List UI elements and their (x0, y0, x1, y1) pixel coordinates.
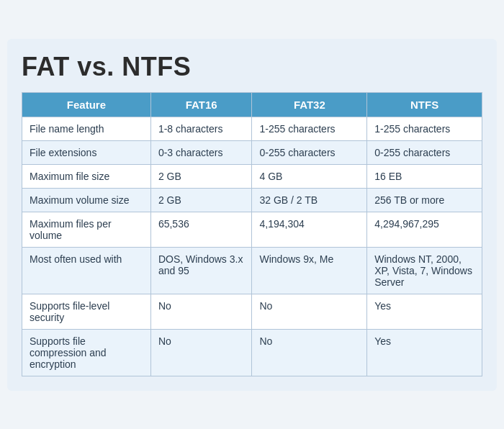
cell-fat16-4: 65,536 (150, 212, 252, 247)
cell-fat16-5: DOS, Windows 3.x and 95 (150, 247, 252, 294)
cell-ntfs-4: 4,294,967,295 (367, 212, 482, 247)
cell-fat32-6: No (252, 294, 367, 329)
header-fat16: FAT16 (150, 92, 252, 117)
table-header-row: Feature FAT16 FAT32 NTFS (22, 92, 482, 117)
table-row: Supports file compression and encryption… (22, 329, 482, 376)
table-row: Maximum files per volume65,5364,194,3044… (22, 212, 482, 247)
cell-feature-1: File extensions (22, 140, 151, 164)
cell-ntfs-1: 0-255 characters (367, 140, 482, 164)
cell-fat16-2: 2 GB (150, 164, 252, 188)
cell-fat32-2: 4 GB (252, 164, 367, 188)
cell-fat32-5: Windows 9x, Me (252, 247, 367, 294)
cell-fat16-3: 2 GB (150, 188, 252, 212)
cell-ntfs-7: Yes (367, 329, 482, 376)
cell-fat32-4: 4,194,304 (252, 212, 367, 247)
cell-feature-0: File name length (22, 117, 151, 140)
cell-fat32-0: 1-255 characters (252, 117, 367, 140)
cell-feature-7: Supports file compression and encryption (22, 329, 151, 376)
cell-fat16-0: 1-8 characters (150, 117, 252, 140)
cell-ntfs-0: 1-255 characters (367, 117, 482, 140)
table-row: File name length1-8 characters1-255 char… (22, 117, 482, 140)
cell-feature-3: Maximum volume size (22, 188, 151, 212)
cell-feature-4: Maximum files per volume (22, 212, 151, 247)
table-row: Maximum volume size2 GB32 GB / 2 TB256 T… (22, 188, 482, 212)
cell-fat16-7: No (150, 329, 252, 376)
cell-fat16-1: 0-3 characters (150, 140, 252, 164)
cell-fat16-6: No (150, 294, 252, 329)
table-row: Maximum file size2 GB4 GB16 EB (22, 164, 482, 188)
cell-fat32-1: 0-255 characters (252, 140, 367, 164)
cell-feature-6: Supports file-level security (22, 294, 151, 329)
cell-ntfs-6: Yes (367, 294, 482, 329)
table-row: Supports file-level securityNoNoYes (22, 294, 482, 329)
header-fat32: FAT32 (252, 92, 367, 117)
cell-ntfs-3: 256 TB or more (367, 188, 482, 212)
cell-feature-5: Most often used with (22, 247, 151, 294)
header-feature: Feature (22, 92, 151, 117)
page-container: FAT vs. NTFS Feature FAT16 FAT32 NTFS Fi… (7, 39, 497, 391)
cell-fat32-7: No (252, 329, 367, 376)
table-row: Most often used withDOS, Windows 3.x and… (22, 247, 482, 294)
cell-fat32-3: 32 GB / 2 TB (252, 188, 367, 212)
table-row: File extensions0-3 characters0-255 chara… (22, 140, 482, 164)
comparison-table: Feature FAT16 FAT32 NTFS File name lengt… (22, 92, 482, 376)
cell-ntfs-2: 16 EB (367, 164, 482, 188)
page-title: FAT vs. NTFS (22, 52, 482, 82)
cell-feature-2: Maximum file size (22, 164, 151, 188)
header-ntfs: NTFS (367, 92, 482, 117)
cell-ntfs-5: Windows NT, 2000, XP, Vista, 7, Windows … (367, 247, 482, 294)
